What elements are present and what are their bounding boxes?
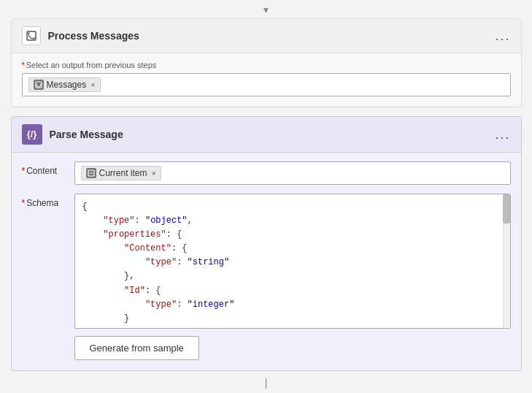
process-messages-menu[interactable]: ... [495,29,510,42]
messages-token-close[interactable]: × [90,80,95,89]
code-line-7: "Id": { [82,284,503,298]
top-connector-arrow [11,5,522,15]
schema-field-row: *Schema { "type": "object", "properties"… [22,194,511,360]
code-line-1: { [82,200,503,214]
parse-message-body: *Content Current item × [12,153,521,370]
schema-editor[interactable]: { "type": "object", "properties": { "Con… [74,194,511,329]
messages-token-icon [34,80,44,90]
code-line-6: }, [82,270,503,283]
current-item-label: Current item [99,168,147,178]
current-item-close[interactable]: × [152,169,156,178]
code-line-2: "type": "object", [82,214,503,228]
schema-required: * [22,198,26,208]
schema-scrollbar[interactable] [503,194,510,328]
process-messages-body: *Select an output from previous steps Me… [12,53,521,107]
code-line-3: "properties": { [82,228,503,242]
process-messages-title: Process Messages [48,30,488,42]
current-item-icon [86,168,96,178]
code-line-10: } [82,326,503,327]
parse-message-card: {/} Parse Message ... *Content [11,116,522,371]
process-messages-card: Process Messages ... *Select an output f… [11,18,522,107]
output-field-label: *Select an output from previous steps [22,61,511,69]
content-label: *Content [22,161,66,176]
schema-input-area: { "type": "object", "properties": { "Con… [74,194,511,360]
generate-from-sample-button[interactable]: Generate from sample [74,336,199,360]
code-line-5: "type": "string" [82,256,503,270]
parse-message-menu[interactable]: ... [495,128,510,141]
content-field-row: *Content Current item × [22,161,511,185]
messages-token: Messages × [28,77,101,92]
schema-scrollbar-thumb [503,194,510,224]
parse-message-title: Parse Message [50,129,488,140]
process-messages-header: Process Messages ... [12,19,521,53]
content-input-area: Current item × [74,161,511,185]
current-item-token: Current item × [81,166,161,180]
parse-message-header: {/} Parse Message ... [12,117,521,153]
schema-label: *Schema [22,194,66,208]
code-line-4: "Content": { [82,242,503,256]
code-line-9: } [82,312,503,326]
parse-icon: {/} [22,124,42,145]
main-wrapper: Process Messages ... *Select an output f… [4,0,529,393]
required-star: * [22,61,25,69]
output-token-input[interactable]: Messages × [22,73,511,96]
loop-icon [22,26,41,45]
content-token-input[interactable]: Current item × [74,161,511,185]
bottom-connector [11,377,522,389]
content-required: * [22,166,26,176]
code-line-8: "type": "integer" [82,298,503,312]
schema-code: { "type": "object", "properties": { "Con… [75,194,510,328]
messages-token-label: Messages [47,80,87,90]
generate-button-wrapper: Generate from sample [74,336,511,360]
